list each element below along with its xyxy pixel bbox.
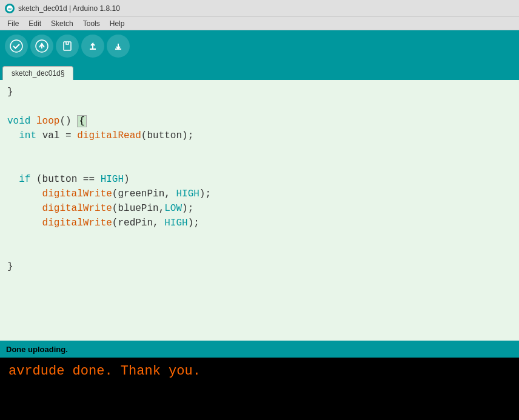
arduino-icon: ∞ (5, 4, 15, 13)
menu-edit[interactable]: Edit (24, 18, 46, 29)
svg-text:∞: ∞ (8, 6, 12, 12)
save-button[interactable] (107, 35, 130, 58)
code-line-dw-green: digitalWrite(greenPin, HIGH); (7, 187, 512, 201)
code-editor[interactable]: } void loop() { int val = digitalRead(bu… (0, 80, 519, 341)
code-line-blank4 (7, 230, 512, 245)
code-line-blank3 (7, 158, 512, 172)
code-line-close: } (7, 259, 512, 274)
open-button[interactable] (81, 35, 104, 58)
tab-bar: sketch_dec01d§ (0, 62, 519, 80)
menu-file[interactable]: File (2, 18, 24, 29)
code-line-blank2 (7, 143, 512, 158)
console-text: avrdude done. Thank you. (8, 364, 201, 379)
menu-tools[interactable]: Tools (78, 18, 105, 29)
code-line-dw-blue: digitalWrite(bluePin,LOW); (7, 201, 512, 216)
toolbar (0, 30, 519, 62)
code-line-blank5 (7, 245, 512, 259)
menu-help[interactable]: Help (105, 18, 130, 29)
menu-bar: File Edit Sketch Tools Help (0, 17, 519, 30)
svg-point-2 (10, 40, 22, 52)
new-button[interactable] (56, 35, 79, 58)
menu-sketch[interactable]: Sketch (46, 18, 78, 29)
console-output: avrdude done. Thank you. (0, 358, 519, 420)
upload-button[interactable] (30, 35, 53, 58)
title-text: sketch_dec01d | Arduino 1.8.10 (18, 4, 120, 13)
code-line-dw-red: digitalWrite(redPin, HIGH); (7, 216, 512, 230)
code-line-int-val: int val = digitalRead(button); (7, 128, 512, 143)
editor-tab[interactable]: sketch_dec01d§ (2, 66, 73, 80)
verify-button[interactable] (5, 35, 28, 58)
code-line-blank1 (7, 99, 512, 114)
status-text: Done uploading. (6, 345, 68, 354)
svg-rect-5 (64, 42, 71, 50)
code-line-void-loop: void loop() { (7, 114, 512, 128)
title-bar: ∞ sketch_dec01d | Arduino 1.8.10 (0, 0, 519, 17)
code-line-close-prev: } (7, 85, 512, 99)
status-bar: Done uploading. (0, 341, 519, 358)
code-line-if: if (button == HIGH) (7, 172, 512, 187)
